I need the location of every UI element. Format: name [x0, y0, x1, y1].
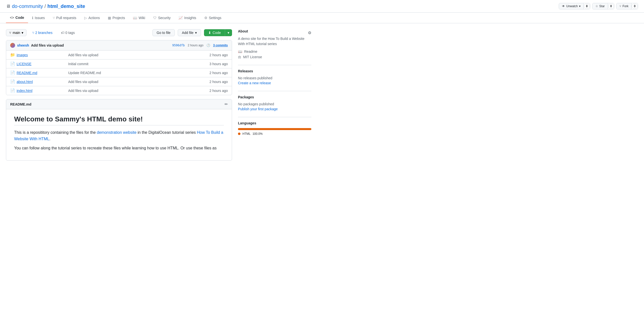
go-to-file-button[interactable]: Go to file	[152, 29, 175, 36]
readme-box: README.md ✏ Welcome to Sammy's HTML demo…	[6, 99, 232, 161]
file-name-images[interactable]: images	[16, 53, 66, 57]
tab-wiki[interactable]: 📖 Wiki	[129, 13, 149, 23]
separator: /	[44, 3, 46, 9]
add-file-label: Add file	[182, 31, 194, 35]
book-icon: 📖	[238, 49, 242, 53]
code-button-label: Code	[213, 31, 221, 35]
file-commit-license: Initial commit	[68, 62, 208, 66]
tab-code[interactable]: <> Code	[6, 13, 28, 23]
file-time-license: 3 hours ago	[210, 62, 228, 66]
pull-requests-icon: ⑂	[53, 16, 55, 20]
branch-selector[interactable]: ⑂ main ▾	[6, 29, 26, 36]
go-to-file-label: Go to file	[157, 31, 170, 35]
file-name-license[interactable]: LICENSE	[16, 62, 66, 66]
commit-hash[interactable]: 9596dfb	[172, 44, 185, 47]
file-time-images: 2 hours ago	[210, 53, 228, 57]
packages-section: Packages No packages published Publish y…	[238, 95, 311, 111]
file-icon-about: 📄	[10, 79, 15, 84]
tab-insights[interactable]: 📈 Insights	[174, 13, 200, 23]
tab-actions[interactable]: ▷ Actions	[80, 13, 104, 23]
tab-projects[interactable]: ▦ Projects	[104, 13, 129, 23]
fork-button[interactable]: ⑂ Fork	[616, 3, 632, 9]
folder-icon: 📁	[10, 52, 15, 57]
readme-content: Welcome to Sammy's HTML demo site! This …	[6, 109, 232, 160]
branch-icon: ⑂	[9, 31, 11, 35]
readme-link[interactable]: 📖 Readme	[238, 49, 311, 53]
add-file-button[interactable]: Add file ▾	[178, 29, 201, 36]
about-title-row: About ⚙	[238, 29, 311, 36]
branches-link[interactable]: ⑂ 2 branches	[30, 29, 55, 36]
divider-languages	[238, 117, 311, 117]
repo-title: 🖥 do-community / html_demo_site	[6, 3, 85, 9]
watch-group: 👁 Unwatch ▾ 8	[559, 3, 590, 9]
star-icon: ☆	[596, 4, 598, 8]
file-row-index: 📄 index.html Add files via upload 2 hour…	[6, 86, 232, 95]
edit-readme-button[interactable]: ✏	[224, 102, 228, 106]
code-caret-button[interactable]: ▾	[225, 29, 232, 36]
readme-p1-after: .	[49, 137, 50, 141]
branches-count: 2 branches	[35, 31, 52, 35]
html-lang-dot	[238, 133, 240, 135]
divider-packages	[238, 91, 311, 91]
file-row-about: 📄 about.html Add files via upload 2 hour…	[6, 77, 232, 86]
insights-icon: 📈	[178, 16, 183, 20]
tab-settings[interactable]: ⚙ Settings	[200, 13, 226, 23]
tag-icon: 🏷	[61, 31, 64, 35]
file-name-readme[interactable]: README.md	[16, 71, 66, 75]
file-time-about: 2 hours ago	[210, 80, 228, 84]
publish-package-link[interactable]: Publish your first package	[238, 107, 278, 111]
projects-icon: ▦	[108, 16, 111, 20]
file-name-index[interactable]: index.html	[16, 89, 66, 93]
file-time-readme: 2 hours ago	[210, 71, 228, 75]
chevron-down-icon: ▾	[22, 31, 23, 35]
tab-pull-requests[interactable]: ⑂ Pull requests	[49, 13, 80, 23]
create-release-link[interactable]: Create a new release	[238, 81, 271, 85]
readme-p1-mid: in the DigitalOcean tutorial series	[136, 130, 197, 135]
tab-security[interactable]: 🛡 Security	[149, 13, 175, 23]
releases-title: Releases	[238, 69, 311, 73]
about-section: About ⚙ A demo site for the How To Build…	[238, 29, 311, 59]
tags-link[interactable]: 🏷 0 tags	[58, 29, 78, 36]
license-link[interactable]: ⚖ MIT License	[238, 55, 311, 59]
fork-count: 0	[632, 4, 638, 9]
languages-title: Languages	[238, 121, 311, 125]
demo-website-link[interactable]: demonstration website	[97, 130, 136, 135]
main-content: ⑂ main ▾ ⑂ 2 branches 🏷 0 tags Go to fil…	[6, 29, 232, 161]
file-row-readme: 📄 README.md Update README.md 2 hours ago	[6, 68, 232, 77]
tab-security-label: Security	[158, 16, 171, 20]
download-icon: ⬇	[208, 31, 211, 35]
watch-button[interactable]: 👁 Unwatch ▾	[559, 3, 584, 9]
readme-p1-before: This is a reposititory containing the fi…	[14, 130, 97, 135]
code-button-group: ⬇ Code ▾	[204, 29, 232, 36]
org-link[interactable]: do-community	[12, 3, 43, 9]
license-link-label: MIT License	[243, 55, 262, 59]
lang-bar	[238, 128, 311, 130]
readme-header: README.md ✏	[6, 99, 232, 109]
tab-issues[interactable]: ℹ Issues	[28, 13, 48, 23]
readme-heading: Welcome to Sammy's HTML demo site!	[14, 115, 224, 125]
lang-item-html: HTML 100.0%	[238, 132, 311, 136]
no-releases: No releases published	[238, 76, 311, 80]
commits-count-link[interactable]: 3 commits	[213, 44, 228, 47]
about-gear-button[interactable]: ⚙	[308, 30, 311, 35]
releases-section: Releases No releases published Create a …	[238, 69, 311, 85]
code-main-button[interactable]: ⬇ Code	[204, 29, 225, 36]
repo-toolbar: ⑂ main ▾ ⑂ 2 branches 🏷 0 tags Go to fil…	[6, 29, 232, 36]
repo-link[interactable]: html_demo_site	[47, 3, 85, 9]
readme-link-label: Readme	[244, 49, 257, 53]
avatar-image	[10, 43, 15, 48]
fork-label: Fork	[622, 4, 628, 8]
monitor-icon: 🖥	[6, 4, 10, 9]
tab-issues-label: Issues	[35, 16, 44, 20]
commit-author[interactable]: sheesh	[17, 43, 29, 47]
file-row-images: 📁 images Add files via upload 2 hours ag…	[6, 50, 232, 59]
file-commit-about: Add files via upload	[68, 80, 208, 84]
html-lang-name: HTML	[242, 132, 250, 136]
file-name-about[interactable]: about.html	[16, 80, 66, 84]
code-caret-icon: ▾	[228, 31, 229, 35]
star-button[interactable]: ☆ Star	[592, 3, 608, 9]
commit-row: sheesh Add files via upload 9596dfb 2 ho…	[6, 40, 232, 50]
header-actions: 👁 Unwatch ▾ 8 ☆ Star 0 ⑂ Fork 0	[559, 3, 638, 9]
tab-actions-label: Actions	[88, 16, 100, 20]
file-icon-license: 📄	[10, 61, 15, 66]
